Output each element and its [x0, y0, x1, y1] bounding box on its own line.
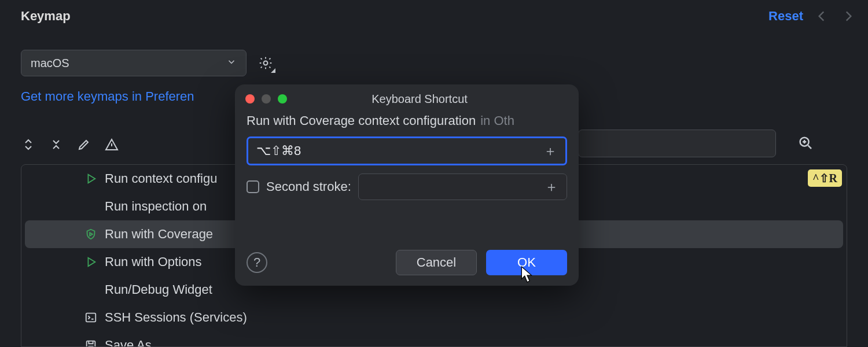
second-stroke-input[interactable]: ＋	[358, 174, 567, 200]
ok-button[interactable]: OK	[486, 250, 567, 275]
gear-icon[interactable]	[257, 54, 274, 72]
window-close-icon[interactable]	[245, 94, 255, 104]
play-icon	[84, 255, 98, 269]
tree-item-label: Run/Debug Widget	[105, 282, 212, 297]
tree-item-ssh-sessions[interactable]: SSH Sessions (Services)	[21, 304, 847, 331]
second-stroke-checkbox[interactable]	[247, 180, 259, 193]
keymap-select[interactable]: macOS	[21, 50, 247, 76]
second-stroke-label: Second stroke:	[266, 179, 351, 194]
tree-item-label: Run context configu	[105, 171, 217, 186]
svg-point-0	[264, 61, 268, 65]
find-by-shortcut-icon[interactable]	[797, 134, 814, 152]
keyboard-shortcut-dialog: Keyboard Shortcut Run with Coverage cont…	[235, 84, 579, 286]
shield-icon	[84, 227, 98, 241]
tree-item-label: Run with Options	[105, 254, 202, 270]
cancel-button[interactable]: Cancel	[396, 250, 477, 275]
reset-link[interactable]: Reset	[768, 9, 803, 24]
tree-item-label: Run inspection on	[105, 199, 207, 214]
nav-forward-icon[interactable]	[840, 8, 856, 24]
blank-icon	[84, 283, 98, 297]
blank-icon	[84, 200, 98, 213]
tree-item-save-as[interactable]: Save As	[21, 331, 847, 347]
collapse-all-icon[interactable]	[49, 137, 64, 152]
help-button[interactable]: ?	[247, 252, 267, 273]
window-minimize-icon	[262, 94, 271, 104]
get-more-keymaps-link[interactable]: Get more keymaps in Preferen	[21, 89, 194, 104]
first-stroke-input[interactable]: ⌥⇧⌘8 ＋	[247, 136, 567, 165]
play-icon	[84, 172, 98, 186]
add-stroke-icon[interactable]: ＋	[543, 142, 557, 160]
search-input[interactable]	[578, 130, 776, 157]
chevron-down-icon	[226, 57, 237, 70]
tree-item-label: SSH Sessions (Services)	[105, 310, 247, 325]
svg-rect-2	[86, 313, 96, 322]
tree-item-label: Run with Coverage	[105, 227, 213, 242]
add-stroke-icon[interactable]: ＋	[545, 178, 558, 196]
save-icon	[84, 338, 98, 347]
page-title: Keymap	[21, 9, 71, 24]
terminal-icon	[84, 311, 98, 324]
nav-back-icon[interactable]	[814, 8, 830, 24]
dialog-title: Keyboard Shortcut	[282, 93, 557, 106]
keymap-select-value: macOS	[31, 57, 69, 70]
expand-collapse-icon[interactable]	[21, 137, 36, 152]
tree-item-label: Save As	[105, 338, 152, 347]
dialog-action-name: Run with Coverage context configuration …	[235, 113, 579, 128]
edit-icon[interactable]	[76, 137, 91, 152]
warning-icon[interactable]	[104, 137, 119, 152]
first-stroke-value: ⌥⇧⌘8	[256, 143, 301, 158]
